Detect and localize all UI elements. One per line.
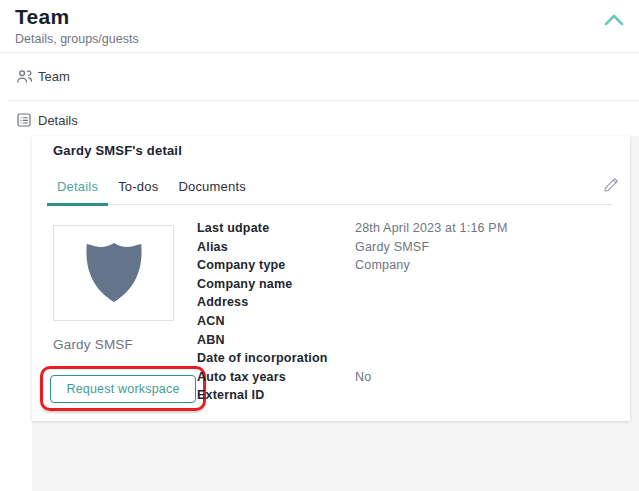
field-value: Gardy SMSF bbox=[355, 241, 508, 254]
field-label: ABN bbox=[197, 334, 355, 347]
entity-detail-card: Gardy SMSF's detail Details To-dos Docum… bbox=[32, 136, 630, 421]
field-value bbox=[355, 278, 508, 291]
tab-bar: Details To-dos Documents bbox=[47, 173, 612, 205]
avatar bbox=[53, 225, 174, 321]
field-label: Date of incorporation bbox=[197, 352, 355, 365]
field-label: External ID bbox=[197, 389, 355, 402]
tab-todos[interactable]: To-dos bbox=[108, 173, 168, 206]
page-title: Team bbox=[15, 5, 70, 29]
field-value bbox=[355, 352, 508, 365]
field-label: Auto tax years bbox=[197, 371, 355, 384]
people-group-icon bbox=[14, 66, 34, 86]
request-workspace-button[interactable]: Request workspace bbox=[50, 375, 196, 403]
details-expanded-panel: Gardy SMSF's detail Details To-dos Docum… bbox=[32, 136, 639, 491]
tab-details[interactable]: Details bbox=[47, 173, 108, 206]
nav-label-team: Team bbox=[38, 69, 70, 84]
field-value bbox=[355, 296, 508, 309]
chevron-up-icon[interactable] bbox=[604, 13, 624, 27]
field-label: Last udpate bbox=[197, 222, 355, 235]
team-page: Team Details, groups/guests Team Det bbox=[0, 0, 639, 491]
page-subtitle: Details, groups/guests bbox=[15, 32, 139, 46]
field-value: Company bbox=[355, 259, 508, 272]
field-label: Company type bbox=[197, 259, 355, 272]
field-label: ACN bbox=[197, 315, 355, 328]
avatar-caption: Gardy SMSF bbox=[53, 337, 133, 352]
field-value: 28th April 2023 at 1:16 PM bbox=[355, 222, 508, 235]
field-value bbox=[355, 315, 508, 328]
field-value bbox=[355, 334, 508, 347]
nav-row-details[interactable]: Details bbox=[0, 100, 639, 140]
list-details-icon bbox=[14, 110, 34, 130]
field-value: No bbox=[355, 371, 508, 384]
card-title: Gardy SMSF's detail bbox=[53, 143, 182, 158]
field-label: Alias bbox=[197, 241, 355, 254]
field-label: Address bbox=[197, 296, 355, 309]
tab-documents[interactable]: Documents bbox=[168, 173, 256, 206]
field-value bbox=[355, 389, 508, 402]
nav-label-details: Details bbox=[38, 113, 78, 128]
red-highlight-annotation: Request workspace bbox=[40, 366, 206, 411]
shield-placeholder-icon bbox=[84, 240, 144, 306]
field-label: Company name bbox=[197, 278, 355, 291]
nav-row-team[interactable]: Team bbox=[0, 52, 639, 100]
detail-fields: Last udpate 28th April 2023 at 1:16 PM A… bbox=[197, 222, 508, 402]
pencil-icon[interactable] bbox=[602, 176, 620, 194]
